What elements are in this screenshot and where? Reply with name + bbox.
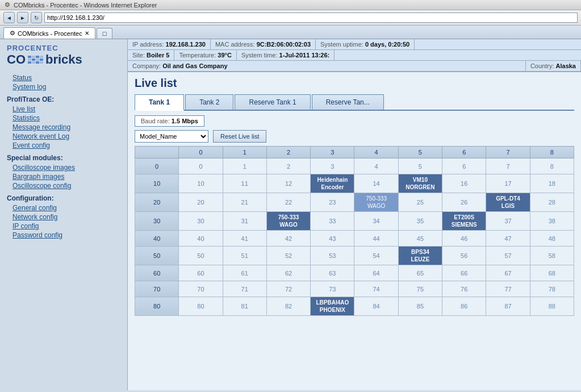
table-row: 303031750-333WAGO333435ET200SSIEMENS3738: [135, 212, 574, 231]
browser-tab-new[interactable]: □: [97, 28, 113, 39]
grid-cell: 88: [530, 297, 574, 316]
tab-tank-2[interactable]: Tank 2: [185, 94, 233, 110]
grid-cell: 1: [223, 159, 266, 174]
grid-cell: 44: [354, 231, 398, 247]
grid-cell: 20: [179, 193, 223, 212]
grid-cell: BPS34LEUZE: [398, 247, 442, 265]
grid-row-header: 0: [135, 159, 179, 174]
systime-value: 1-Jul-2011 13:26:: [279, 52, 330, 59]
sidebar-item-message-recording[interactable]: Message recording: [12, 123, 120, 131]
grid-cell: 7: [486, 159, 530, 174]
grid-col-header: 2: [266, 147, 310, 159]
grid-cell: 37: [486, 212, 530, 231]
tab-tank-1[interactable]: Tank 1: [135, 94, 184, 111]
sidebar-item-system-log[interactable]: System log: [12, 83, 120, 91]
tab-close-button[interactable]: ✕: [85, 30, 89, 36]
logo-bottom: CO bricks: [7, 52, 120, 67]
site-value: Boiler 5: [147, 52, 169, 59]
sidebar-item-oscilloscope-config[interactable]: Oscilloscope config: [12, 182, 120, 190]
sidebar-section-config: Configuration:: [7, 194, 120, 202]
mac-cell: MAC address: 9C:B2:06:00:02:03: [211, 39, 316, 49]
browser-tab-active[interactable]: ⚙ COMbricks - Procentec ✕: [3, 27, 95, 39]
grid-row-header: 20: [135, 193, 179, 212]
grid-col-header: 8: [530, 147, 574, 159]
sidebar-item-event-config[interactable]: Event config: [12, 141, 120, 149]
grid-row-header: 70: [135, 281, 179, 297]
sidebar-item-statistics[interactable]: Statistics: [12, 114, 120, 122]
grid-cell: 45: [398, 231, 442, 247]
grid-cell: 14: [354, 174, 398, 193]
grid-col-header: 0: [179, 147, 223, 159]
sidebar-item-network-config[interactable]: Network config: [12, 213, 120, 221]
grid-cell: 46: [442, 231, 486, 247]
grid-cell: 23: [311, 193, 354, 212]
refresh-button[interactable]: ↻: [31, 12, 42, 23]
sidebar-item-password-config[interactable]: Password config: [12, 231, 120, 239]
grid-cell: 67: [486, 265, 530, 281]
model-name-dropdown[interactable]: Model_Name: [135, 130, 208, 143]
grid-cell: 750-333WAGO: [266, 212, 310, 231]
table-row: 40404142434445464748: [135, 231, 574, 247]
sidebar-item-general-config[interactable]: General config: [12, 204, 120, 212]
sidebar-item-network-event-log[interactable]: Network event Log: [12, 132, 120, 140]
temp-value: 39°C: [218, 52, 232, 59]
info-row-3: Company: Oil and Gas Company Country: Al…: [128, 61, 581, 72]
grid-cell: 2: [266, 159, 310, 174]
grid-cell: 18: [530, 174, 574, 193]
table-row: 0012345678: [135, 159, 574, 174]
mac-value: 9C:B2:06:00:02:03: [257, 41, 311, 48]
reset-live-list-button[interactable]: Reset Live list: [213, 130, 266, 143]
systime-label: System time:: [241, 52, 278, 59]
logo-top: PROCENTEC: [7, 44, 120, 52]
logo-co: CO: [7, 52, 26, 67]
sidebar-item-status[interactable]: Status: [12, 74, 120, 82]
grid-cell: 35: [398, 212, 442, 231]
tab-reserve-tan...[interactable]: Reserve Tan...: [312, 94, 384, 110]
grid-cell: 60: [179, 265, 223, 281]
tab-bar: Tank 1Tank 2Reserve Tank 1Reserve Tan...: [135, 94, 574, 111]
grid-row-header: 40: [135, 231, 179, 247]
table-row: 70707172737475767778: [135, 281, 574, 297]
browser-title: COMbricks - Procentec - Windows Internet…: [14, 2, 157, 9]
table-row: 505051525354BPS34LEUZE565758: [135, 247, 574, 265]
grid-col-header: 6: [442, 147, 486, 159]
grid-col-header: 4: [354, 147, 398, 159]
grid-cell: 54: [354, 247, 398, 265]
grid-cell: 50: [179, 247, 223, 265]
grid-cell: 31: [223, 212, 266, 231]
grid-cell: 11: [223, 174, 266, 193]
grid-row-header: 30: [135, 212, 179, 231]
grid-cell: 21: [223, 193, 266, 212]
grid-cell: 33: [311, 212, 354, 231]
browser-icon: ⚙: [5, 1, 10, 9]
address-bar[interactable]: [44, 12, 578, 23]
grid-cell: 74: [354, 281, 398, 297]
sidebar-item-bargraph-images[interactable]: Bargraph images: [12, 173, 120, 181]
content-area: IP address: 192.168.1.230 MAC address: 9…: [128, 39, 581, 390]
sidebar-item-oscilloscope-images[interactable]: Oscilloscope images: [12, 164, 120, 172]
uptime-cell: System uptime: 0 days, 0:20:50: [316, 39, 415, 49]
grid-container[interactable]: 012345678001234567810101112HeidenhainEnc…: [135, 146, 574, 316]
grid-cell: LBPBAI4AOPHOENIX: [311, 297, 354, 316]
grid-cell: 40: [179, 231, 223, 247]
grid-cell: 72: [266, 281, 310, 297]
tab-reserve-tank-1[interactable]: Reserve Tank 1: [235, 94, 310, 110]
grid-cell: 42: [266, 231, 310, 247]
back-button[interactable]: ◄: [3, 12, 15, 23]
grid-cell: 66: [442, 265, 486, 281]
grid-row-header: 10: [135, 174, 179, 193]
grid-cell: GPL-DT4LGIS: [486, 193, 530, 212]
grid-cell: 30: [179, 212, 223, 231]
grid-cell: 12: [266, 174, 310, 193]
logo-grid: [28, 56, 43, 64]
sidebar-item-live-list[interactable]: Live list: [12, 105, 120, 113]
temp-label: Temperature:: [179, 52, 216, 59]
grid-col-header: 1: [223, 147, 266, 159]
tab-favicon: ⚙: [10, 30, 15, 37]
baud-label: Baud rate:: [141, 118, 170, 124]
grid-cell: 3: [311, 159, 354, 174]
grid-cell: 8: [530, 159, 574, 174]
sidebar-item-ip-config[interactable]: IP config: [12, 222, 120, 230]
forward-button[interactable]: ►: [17, 12, 28, 23]
grid-cell: 78: [530, 281, 574, 297]
